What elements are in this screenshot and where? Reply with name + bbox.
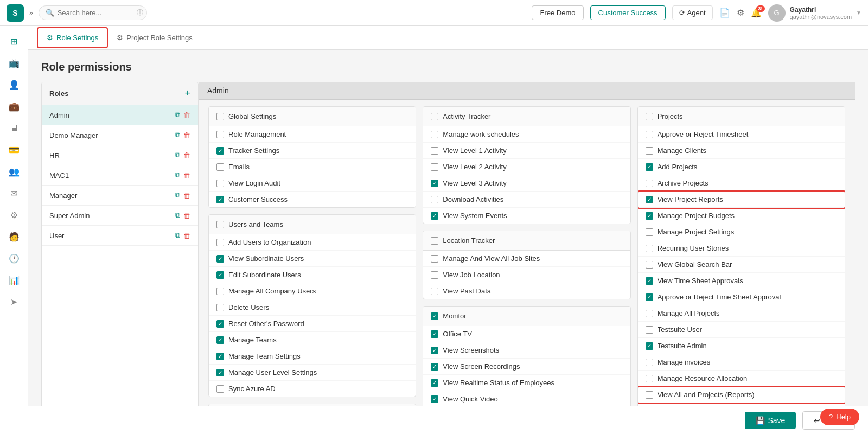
cb-manage-project-budgets[interactable]: ✓ (646, 212, 653, 220)
cb-view-screenshots[interactable]: ✓ (431, 347, 438, 354)
search-box[interactable]: 🔍 ⓘ (39, 5, 147, 20)
cb-activity-tracker-header[interactable] (431, 113, 438, 120)
sidebar-item-send[interactable]: ➤ (4, 292, 24, 311)
role-item-demo-manager[interactable]: Demo Manager ⧉ 🗑 (42, 125, 198, 145)
cb-location-tracker-header[interactable] (431, 237, 438, 245)
cb-view-global-search-bar[interactable] (646, 261, 653, 269)
sidebar-item-briefcase[interactable]: 💼 (4, 97, 24, 116)
cb-tracker-settings[interactable]: ✓ (216, 147, 224, 155)
help-button[interactable]: ? Help (820, 409, 859, 425)
agent-button[interactable]: ⟳ Agent (672, 5, 713, 20)
cb-global-settings-header[interactable] (216, 113, 224, 120)
cb-view-level3-activity[interactable]: ✓ (431, 180, 438, 187)
delete-role-manager[interactable]: 🗑 (183, 191, 190, 200)
cb-manage-user-level-settings[interactable]: ✓ (216, 369, 224, 376)
sidebar-item-tv[interactable]: 📺 (4, 53, 24, 73)
cb-manage-all-company-users[interactable] (216, 288, 224, 295)
role-item-mac1[interactable]: MAC1 ⧉ 🗑 (42, 165, 198, 186)
cb-manage-work-schedules[interactable] (431, 131, 438, 138)
save-button[interactable]: 💾 Save (745, 412, 796, 429)
search-input[interactable] (58, 9, 133, 17)
copy-role-admin[interactable]: ⧉ (175, 111, 180, 119)
cb-view-project-reports[interactable]: ✓ (646, 196, 653, 203)
cb-office-tv[interactable]: ✓ (431, 330, 438, 338)
cb-customer-success[interactable]: ✓ (216, 196, 224, 203)
cb-edit-sub-users[interactable]: ✓ (216, 271, 224, 279)
nav-expand-icon[interactable]: » (29, 9, 33, 17)
delete-role-admin[interactable]: 🗑 (183, 111, 190, 119)
cb-approve-reject-timesheet[interactable] (646, 131, 653, 138)
cb-view-screen-recordings[interactable]: ✓ (431, 363, 438, 371)
role-item-user[interactable]: User ⧉ 🗑 (42, 226, 198, 246)
cb-archive-projects[interactable] (646, 180, 653, 187)
cb-delete-users[interactable] (216, 304, 224, 311)
copy-role-hr[interactable]: ⧉ (175, 151, 180, 159)
notification-icon[interactable]: 🔔 3! (751, 8, 762, 18)
sidebar-item-gear[interactable]: ⚙ (4, 205, 24, 225)
delete-role-user[interactable]: 🗑 (183, 231, 190, 240)
role-item-manager[interactable]: Manager ⧉ 🗑 (42, 186, 198, 206)
cb-manage-teams[interactable]: ✓ (216, 336, 224, 344)
cb-projects-header[interactable] (646, 113, 653, 120)
cb-manage-project-settings[interactable] (646, 228, 653, 236)
cb-download-activities[interactable] (431, 196, 438, 203)
delete-role-demo[interactable]: 🗑 (183, 131, 190, 139)
copy-role-super-admin[interactable]: ⧉ (175, 211, 180, 220)
user-menu[interactable]: G Gayathri gayathri@novasys.com ▼ (768, 4, 861, 22)
cb-sync-azure-ad[interactable] (216, 385, 224, 393)
cb-view-system-events[interactable]: ✓ (431, 212, 438, 220)
cb-add-users-org[interactable] (216, 239, 224, 246)
cb-view-level2-activity[interactable] (431, 163, 438, 171)
role-item-super-admin[interactable]: Super Admin ⧉ 🗑 (42, 206, 198, 226)
sidebar-item-report[interactable]: 📊 (4, 270, 24, 290)
customer-success-button[interactable]: Customer Success (590, 5, 666, 20)
cb-view-level1-activity[interactable] (431, 147, 438, 155)
free-demo-button[interactable]: Free Demo (532, 5, 583, 20)
cb-view-login-audit[interactable] (216, 180, 224, 187)
cb-monitor-header[interactable]: ✓ (431, 312, 438, 320)
settings-icon[interactable]: ⚙ (737, 8, 744, 18)
delete-role-super-admin[interactable]: 🗑 (183, 211, 190, 220)
cb-role-management[interactable] (216, 131, 224, 138)
cb-view-past-data[interactable] (431, 288, 438, 295)
delete-role-hr[interactable]: 🗑 (183, 151, 190, 159)
sidebar-item-clock[interactable]: 🕐 (4, 248, 24, 268)
copy-role-manager[interactable]: ⧉ (175, 191, 180, 200)
tab-project-role-settings[interactable]: ⚙ Project Role Settings (108, 28, 201, 48)
cb-manage-clients[interactable] (646, 147, 653, 155)
sidebar-item-person[interactable]: 🧑 (4, 227, 24, 246)
cb-add-projects[interactable]: ✓ (646, 163, 653, 171)
document-icon[interactable]: 📄 (719, 8, 730, 18)
cb-view-sub-users[interactable]: ✓ (216, 255, 224, 263)
tab-role-settings[interactable]: ⚙ Role Settings (37, 27, 108, 48)
cb-manage-resource-allocation[interactable] (646, 375, 653, 382)
copy-role-user[interactable]: ⧉ (175, 231, 180, 240)
sidebar-item-card[interactable]: 💳 (4, 140, 24, 159)
copy-role-demo[interactable]: ⧉ (175, 131, 180, 139)
role-item-hr[interactable]: HR ⧉ 🗑 (42, 145, 198, 165)
sidebar-item-monitor[interactable]: 🖥 (4, 118, 24, 138)
add-role-button[interactable]: + (184, 88, 190, 99)
cb-recurring-user-stories[interactable] (646, 245, 653, 252)
cb-view-all-projects-reports[interactable] (646, 391, 653, 399)
cb-approve-reject-timesheet-approval[interactable]: ✓ (646, 293, 653, 301)
cb-manage-team-settings[interactable]: ✓ (216, 353, 224, 360)
cb-view-quick-video[interactable]: ✓ (431, 395, 438, 403)
copy-role-mac1[interactable]: ⧉ (175, 171, 180, 180)
cb-manage-invoices[interactable] (646, 359, 653, 366)
cb-manage-all-projects[interactable] (646, 310, 653, 317)
delete-role-mac1[interactable]: 🗑 (183, 171, 190, 180)
sidebar-item-mail[interactable]: ✉ (4, 183, 24, 203)
sidebar-item-group[interactable]: 👥 (4, 162, 24, 181)
cb-testsuite-admin[interactable]: ✓ (646, 342, 653, 350)
sidebar-item-home[interactable]: ⊞ (4, 31, 24, 51)
cb-emails[interactable] (216, 163, 224, 171)
role-item-admin[interactable]: Admin ⧉ 🗑 (42, 105, 198, 125)
cb-view-job-location[interactable] (431, 271, 438, 279)
cb-manage-view-job-sites[interactable] (431, 255, 438, 263)
cb-reset-password[interactable]: ✓ (216, 320, 224, 328)
sidebar-item-user[interactable]: 👤 (4, 75, 24, 94)
cb-view-realtime-status[interactable]: ✓ (431, 379, 438, 387)
cb-view-timesheet-approvals[interactable]: ✓ (646, 277, 653, 285)
cb-users-teams-header[interactable] (216, 221, 224, 228)
